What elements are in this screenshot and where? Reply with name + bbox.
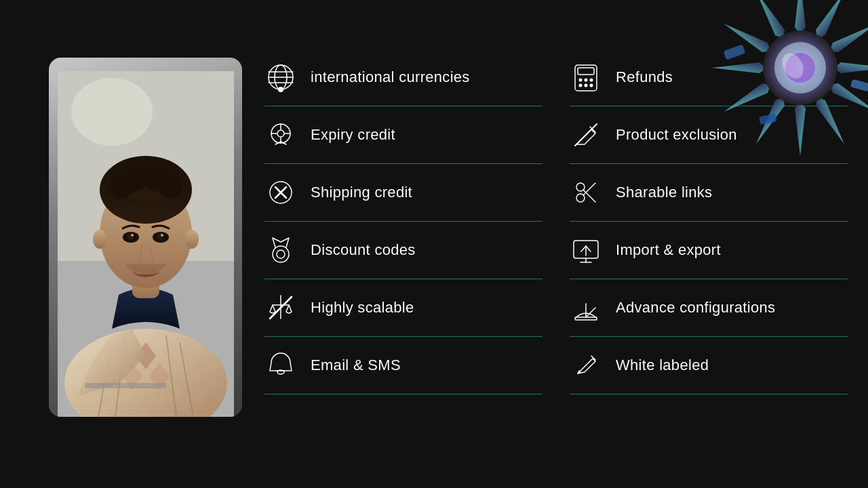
svg-point-63 <box>579 84 583 87</box>
feature-label-sharable-links: Sharable links <box>616 184 712 201</box>
feature-item-international-currencies: international currencies <box>264 49 542 106</box>
svg-point-41 <box>136 165 155 184</box>
scissors-icon <box>570 176 602 209</box>
feature-item-shipping-credit: Shipping credit <box>264 164 542 222</box>
svg-rect-17 <box>850 79 868 92</box>
bell-icon <box>264 349 297 382</box>
svg-marker-0 <box>795 0 806 34</box>
svg-rect-90 <box>575 317 597 320</box>
svg-rect-59 <box>578 68 594 75</box>
feature-label-international-currencies: international currencies <box>311 68 470 86</box>
svg-point-67 <box>277 130 284 137</box>
feature-label-discount-codes: Discount codes <box>311 241 416 259</box>
features-grid: international currenciesRefundsExpiry cr… <box>264 49 848 394</box>
svg-point-62 <box>590 79 593 82</box>
svg-line-77 <box>583 190 595 202</box>
feature-item-email-sms: Email & SMS <box>264 337 542 394</box>
svg-point-60 <box>579 79 583 82</box>
svg-point-65 <box>590 84 593 87</box>
feature-item-advance-configurations: Advance configurations <box>570 279 848 337</box>
clock-target-icon <box>264 119 297 151</box>
svg-point-57 <box>278 87 283 92</box>
svg-point-21 <box>71 78 153 146</box>
svg-point-50 <box>161 234 163 237</box>
feature-item-discount-codes: Discount codes <box>264 222 542 279</box>
svg-marker-11 <box>751 0 788 41</box>
feature-label-shipping-credit: Shipping credit <box>311 184 412 201</box>
svg-line-78 <box>583 183 595 195</box>
feature-label-highly-scalable: Highly scalable <box>311 299 414 317</box>
svg-point-80 <box>277 250 285 258</box>
feature-label-product-exclusion: Product exclusion <box>616 126 737 144</box>
scale-slash-icon <box>264 291 297 324</box>
feature-label-import-export: Import & export <box>616 241 721 259</box>
feature-item-product-exclusion: Product exclusion <box>570 106 848 164</box>
pen-icon <box>570 349 602 382</box>
feature-label-email-sms: Email & SMS <box>311 357 401 374</box>
feature-label-white-labeled: White labeled <box>616 357 709 374</box>
feature-item-import-export: Import & export <box>570 222 848 279</box>
protractor-icon <box>570 291 602 324</box>
svg-point-43 <box>93 230 106 249</box>
monitor-upload-icon <box>570 234 602 266</box>
feature-item-highly-scalable: Highly scalable <box>264 279 542 337</box>
person-photo-card <box>49 58 242 417</box>
tag-slash-icon <box>264 176 297 209</box>
svg-point-79 <box>273 246 289 262</box>
globe-icon <box>264 61 297 94</box>
feature-label-advance-configurations: Advance configurations <box>616 299 775 317</box>
calculator-icon <box>570 61 602 94</box>
svg-point-49 <box>131 234 134 237</box>
svg-point-61 <box>585 79 588 82</box>
feature-item-refunds: Refunds <box>570 49 848 106</box>
pencil-slash-icon <box>570 119 602 151</box>
svg-point-44 <box>185 230 199 249</box>
svg-rect-51 <box>85 383 166 388</box>
feature-label-refunds: Refunds <box>616 68 673 86</box>
medal-icon <box>264 234 297 266</box>
feature-label-expiry-credit: Expiry credit <box>311 126 395 144</box>
svg-marker-1 <box>812 0 849 41</box>
svg-point-42 <box>153 168 169 184</box>
feature-item-sharable-links: Sharable links <box>570 164 848 222</box>
feature-item-white-labeled: White labeled <box>570 337 848 394</box>
feature-item-expiry-credit: Expiry credit <box>264 106 542 164</box>
svg-point-64 <box>585 84 588 87</box>
